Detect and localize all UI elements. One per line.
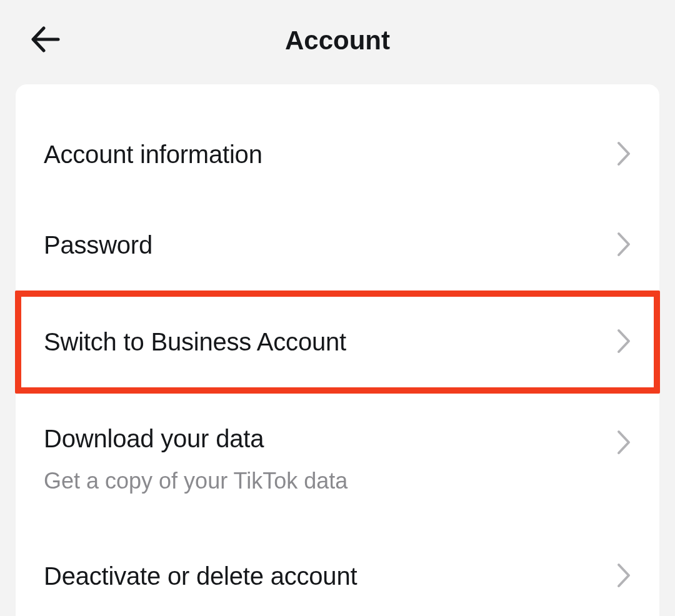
settings-item-label: Account information	[44, 141, 262, 169]
chevron-right-icon	[616, 141, 631, 169]
settings-card: Account information Password Switch to B…	[16, 84, 659, 616]
chevron-right-icon	[616, 563, 631, 590]
chevron-right-icon	[616, 232, 631, 259]
settings-item-subtitle: Get a copy of your TikTok data	[44, 468, 348, 494]
highlight-annotation: Switch to Business Account	[15, 291, 660, 394]
chevron-right-icon	[616, 430, 631, 457]
back-arrow-icon	[31, 25, 60, 56]
settings-item-account-information[interactable]: Account information	[16, 109, 659, 200]
back-button[interactable]	[31, 25, 60, 56]
settings-item-label: Download your data	[44, 425, 348, 453]
header: Account	[0, 0, 675, 81]
settings-item-label: Deactivate or delete account	[44, 562, 357, 590]
page-title: Account	[31, 26, 644, 56]
settings-item-deactivate-delete[interactable]: Deactivate or delete account	[16, 531, 659, 616]
settings-item-label: Switch to Business Account	[44, 328, 346, 356]
settings-item-label: Password	[44, 231, 152, 259]
settings-item-password[interactable]: Password	[16, 200, 659, 291]
settings-item-download-data[interactable]: Download your data Get a copy of your Ti…	[16, 394, 659, 531]
settings-item-switch-business[interactable]: Switch to Business Account	[21, 297, 654, 387]
chevron-right-icon	[616, 329, 631, 356]
